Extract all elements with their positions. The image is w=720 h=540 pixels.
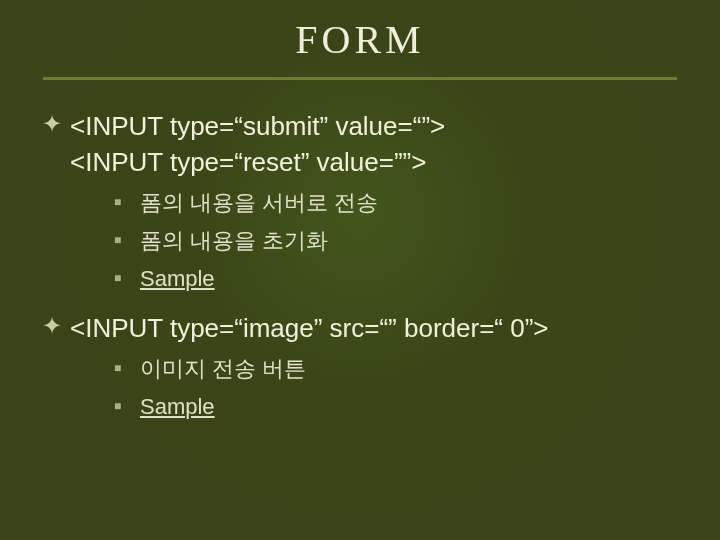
sub-text: 폼의 내용을 서버로 전송 [140,188,378,218]
bullet-item: ✦ <INPUT type=“submit” value=“”> <INPUT … [42,108,690,180]
sub-text: 이미지 전송 버튼 [140,354,306,384]
square-bullet-icon: ■ [114,188,140,216]
plus-bullet-icon: ✦ [42,310,70,342]
square-bullet-icon: ■ [114,226,140,254]
sub-list: ■ 폼의 내용을 서버로 전송 ■ 폼의 내용을 초기화 ■ Sample [114,188,690,294]
slide-content: ✦ <INPUT type=“submit” value=“”> <INPUT … [0,108,720,422]
sub-item: ■ Sample [114,264,690,294]
code-line: <INPUT type=“submit” value=“”> [70,111,445,141]
title-underline [43,77,677,80]
square-bullet-icon: ■ [114,392,140,420]
slide-title: FORM [0,0,720,77]
sub-item: ■ Sample [114,392,690,422]
slide: FORM ✦ <INPUT type=“submit” value=“”> <I… [0,0,720,540]
bullet-text: <INPUT type=“image” src=“” border=“ 0”> [70,310,549,346]
sub-item: ■ 폼의 내용을 서버로 전송 [114,188,690,218]
code-line: <INPUT type=“reset” value=””> [70,147,426,177]
plus-bullet-icon: ✦ [42,108,70,140]
sub-text: 폼의 내용을 초기화 [140,226,328,256]
bullet-text: <INPUT type=“submit” value=“”> <INPUT ty… [70,108,445,180]
sub-text: Sample [140,392,215,422]
bullet-item: ✦ <INPUT type=“image” src=“” border=“ 0”… [42,310,690,346]
code-line: <INPUT type=“image” src=“” border=“ 0”> [70,313,549,343]
sample-link[interactable]: Sample [140,266,215,291]
sub-item: ■ 폼의 내용을 초기화 [114,226,690,256]
sub-item: ■ 이미지 전송 버튼 [114,354,690,384]
sub-text: Sample [140,264,215,294]
square-bullet-icon: ■ [114,264,140,292]
square-bullet-icon: ■ [114,354,140,382]
sample-link[interactable]: Sample [140,394,215,419]
sub-list: ■ 이미지 전송 버튼 ■ Sample [114,354,690,422]
